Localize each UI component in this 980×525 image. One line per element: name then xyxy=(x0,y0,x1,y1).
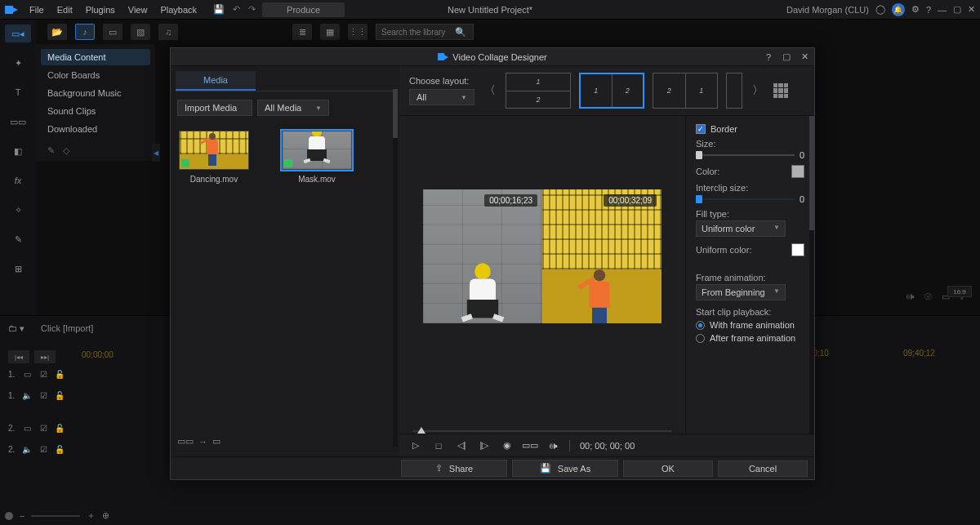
sidebar-item-downloaded[interactable]: Downloaded xyxy=(41,121,150,137)
menu-view[interactable]: View xyxy=(125,5,151,15)
sort-icon[interactable]: ⋮⋮ xyxy=(348,24,368,40)
list-view-icon[interactable]: ≣ xyxy=(292,24,312,40)
layout-filter-dropdown[interactable]: All▼ xyxy=(409,89,474,105)
import-media-button[interactable]: Import Media xyxy=(177,100,252,116)
snap-left-icon[interactable]: |◂◂ xyxy=(8,350,29,363)
menu-playback[interactable]: Playback xyxy=(157,5,200,15)
lock-icon[interactable]: 🔓 xyxy=(54,445,65,454)
media-scrollbar[interactable] xyxy=(393,89,398,138)
snap-right-icon[interactable]: ▸▸| xyxy=(34,350,56,363)
close-app-icon[interactable]: ✕ xyxy=(968,4,975,15)
open-folder-icon[interactable]: 📂 xyxy=(47,24,67,40)
settings-gear-icon[interactable]: ⚙ xyxy=(911,4,920,15)
lock-icon[interactable]: 🔓 xyxy=(54,424,65,433)
interclip-slider[interactable] xyxy=(696,198,795,200)
settings-scrollbar[interactable] xyxy=(809,116,814,230)
aspect-ratio-badge[interactable]: 16:9 xyxy=(947,286,972,297)
filmstrip-icon[interactable]: ▭ xyxy=(212,436,220,447)
user-name[interactable]: David Morgan (CLU) xyxy=(786,5,869,15)
layout-option-2v-swap[interactable]: 21 xyxy=(653,73,718,109)
transition-room-icon[interactable]: ▭▭ xyxy=(5,113,31,131)
scrubber-handle-icon[interactable] xyxy=(417,427,425,434)
stop-icon[interactable]: □ xyxy=(432,439,445,452)
overlay-room-icon[interactable]: ⊞ xyxy=(5,260,31,278)
link-icon[interactable]: ☑ xyxy=(38,424,49,433)
storyboard-icon[interactable]: ▭▭ xyxy=(177,436,194,447)
track-1-video[interactable]: 1.▭☑🔓 xyxy=(0,363,78,385)
grid-view-icon[interactable]: ▦ xyxy=(320,24,340,40)
menu-file[interactable]: File xyxy=(26,5,47,15)
save-icon[interactable]: 💾 xyxy=(213,4,225,15)
tag-outline-icon[interactable]: ◇ xyxy=(63,145,69,156)
tab-media[interactable]: Media xyxy=(176,71,256,91)
layout-option-more[interactable] xyxy=(726,73,742,109)
frame-animation-dropdown[interactable]: From Beginning▼ xyxy=(696,284,786,300)
title-room-icon[interactable]: T xyxy=(5,83,31,101)
media-filter-dropdown[interactable]: All Media▼ xyxy=(257,100,329,116)
track-2-audio[interactable]: 2.🔈☑🔓 xyxy=(0,438,78,460)
fx-room-icon[interactable]: fx xyxy=(5,171,31,189)
clip-thumb[interactable]: Dancing.mov xyxy=(179,131,249,184)
mute-icon[interactable]: 🕪 xyxy=(546,439,559,452)
pip-room-icon[interactable]: ◧ xyxy=(5,142,31,160)
media-room-tab-icon[interactable]: ▭◂ xyxy=(5,24,31,42)
search-icon[interactable]: 🔍 xyxy=(455,27,466,38)
minimize-icon[interactable]: — xyxy=(938,5,947,15)
sidebar-item-color-boards[interactable]: Color Boards xyxy=(41,67,150,83)
snapshot-icon[interactable]: ⦾ xyxy=(924,291,932,302)
marker-dot-icon[interactable] xyxy=(5,512,13,520)
link-icon[interactable]: ☑ xyxy=(38,445,49,454)
border-color-swatch[interactable] xyxy=(791,165,804,178)
audio-icon[interactable]: ♫ xyxy=(158,24,178,40)
undo-icon[interactable]: ↶ xyxy=(233,4,240,15)
fill-type-dropdown[interactable]: Uniform color▼ xyxy=(696,220,786,237)
timeline-folder-icon[interactable]: 🗀 ▾ xyxy=(8,323,24,334)
redo-icon[interactable]: ↷ xyxy=(248,4,256,15)
preview-scrubber[interactable] xyxy=(412,430,672,432)
ok-button[interactable]: OK xyxy=(623,460,713,477)
brush-icon[interactable]: ✎ xyxy=(5,230,31,248)
media-room-icon[interactable]: ♪ xyxy=(75,24,95,40)
save-as-button[interactable]: 💾Save As xyxy=(512,460,618,477)
share-button[interactable]: ⇪Share xyxy=(401,460,507,477)
sidebar-item-sound-clips[interactable]: Sound Clips xyxy=(41,103,150,119)
menu-edit[interactable]: Edit xyxy=(54,5,76,15)
zoom-out-icon[interactable]: − xyxy=(20,511,24,521)
preview-slot-2[interactable]: 00;00;32;09 xyxy=(542,189,662,323)
effect-room-icon[interactable]: ✦ xyxy=(5,54,31,72)
volume-icon[interactable]: 🕪 xyxy=(906,291,915,301)
maximize-icon[interactable]: ▢ xyxy=(953,4,961,15)
collapse-sidebar-icon[interactable]: ◀ xyxy=(152,144,160,162)
search-box[interactable]: 🔍 xyxy=(376,24,474,40)
loop-icon[interactable]: ▭▭ xyxy=(523,439,537,452)
layout-prev-icon[interactable]: 〈 xyxy=(483,83,497,98)
uniform-color-swatch[interactable] xyxy=(791,243,804,256)
image-icon[interactable]: ▧ xyxy=(131,24,150,40)
lock-icon[interactable]: 🔓 xyxy=(54,370,65,379)
collage-preview[interactable]: 00;00;16;23 00;00;32;09 xyxy=(423,189,662,323)
produce-button[interactable]: Produce xyxy=(262,2,345,17)
play-icon[interactable]: ▷ xyxy=(409,439,422,452)
link-icon[interactable]: ☑ xyxy=(38,391,49,400)
track-1-audio[interactable]: 1.🔈☑🔓 xyxy=(0,385,78,406)
sidebar-item-background-music[interactable]: Background Music xyxy=(41,85,150,101)
add-tag-icon[interactable]: ✎ xyxy=(47,145,55,156)
zoom-in-icon[interactable]: ＋ xyxy=(87,509,96,522)
notifications-icon[interactable]: 🔔 xyxy=(892,3,905,16)
cancel-button[interactable]: Cancel xyxy=(718,460,808,477)
step-fwd-icon[interactable]: |▷ xyxy=(478,439,491,452)
layout-option-2h[interactable]: 12 xyxy=(506,73,571,109)
dialog-help-icon[interactable]: ? xyxy=(762,51,775,64)
track-2-video[interactable]: 2.▭☑🔓 xyxy=(0,417,78,438)
layout-next-icon[interactable]: 〉 xyxy=(751,83,765,98)
lock-icon[interactable]: 🔓 xyxy=(54,391,65,400)
help-icon[interactable]: ? xyxy=(926,5,931,15)
explorer-icon[interactable]: ▭ xyxy=(103,24,122,40)
dialog-close-icon[interactable]: ✕ xyxy=(798,51,811,64)
border-checkbox[interactable]: ✓ xyxy=(696,124,706,134)
radio-with-frame-animation[interactable] xyxy=(696,321,705,330)
preview-slot-1[interactable]: 00;00;16;23 xyxy=(423,189,542,323)
clip-thumb[interactable]: Mask.mov xyxy=(282,131,352,184)
dialog-titlebar[interactable]: Video Collage Designer ? ▢ ✕ xyxy=(171,48,814,66)
snapshot-icon[interactable]: ◉ xyxy=(501,439,514,452)
